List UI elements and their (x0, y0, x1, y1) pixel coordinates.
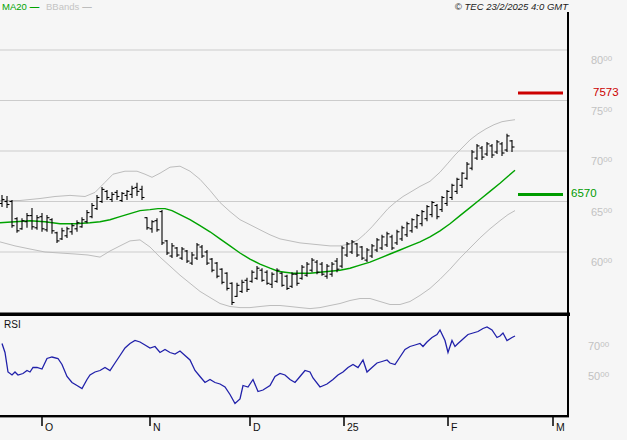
rsi-line (2, 327, 515, 404)
candlesticks (0, 134, 515, 305)
rsi-panel-label: RSI (4, 320, 21, 330)
price-axis-label: 7500 (591, 104, 612, 117)
price-axis-label: 7000 (591, 154, 612, 167)
bbands-line-swatch-icon: — (82, 2, 92, 12)
price-axis-label: 6500 (591, 205, 612, 218)
ma20-line-swatch-icon: — (30, 2, 40, 12)
x-axis-line (0, 415, 569, 417)
price-axis-label: 8000 (591, 53, 612, 66)
rsi-axis-label: 5000 (588, 369, 609, 382)
copyright-timestamp: © TEC 23/2/2025 4:0 GMT (455, 1, 568, 12)
stock-chart: MA20— BBands— © TEC 23/2/2025 4:0 GMT RS… (0, 0, 627, 440)
chart-canvas (0, 0, 627, 440)
month-label: M (556, 422, 565, 433)
legend-bbands-label: BBands (46, 1, 79, 12)
panel-divider (0, 313, 570, 317)
month-label: D (253, 422, 261, 433)
support-level-label: 6570 (571, 188, 597, 199)
chart-legend: MA20— BBands— (2, 2, 96, 12)
resistance-level-label: 7573 (593, 87, 619, 98)
month-label: O (45, 422, 53, 433)
month-label: 25 (347, 422, 359, 433)
legend-ma20-label: MA20 (2, 1, 27, 12)
price-axis-label: 6000 (591, 255, 612, 268)
rsi-axis-label: 7000 (588, 339, 609, 352)
month-label: F (451, 422, 457, 433)
y-axis-line (567, 12, 569, 417)
month-label: N (153, 422, 161, 433)
